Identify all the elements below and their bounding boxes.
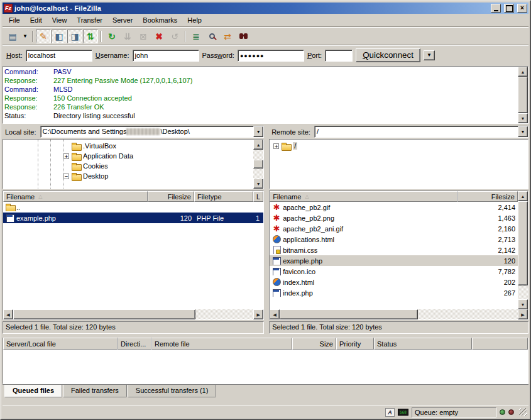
quickconnect-dropdown-button[interactable]: ▼ bbox=[424, 50, 435, 60]
tree-item[interactable]: − Desktop bbox=[3, 171, 253, 181]
remote-list-hscrollbar[interactable]: ◀ ▶ bbox=[270, 309, 528, 319]
remote-site-combo[interactable]: / ▼ bbox=[314, 126, 528, 138]
disconnect-button[interactable]: ✖ bbox=[151, 30, 167, 43]
maximize-icon[interactable] bbox=[504, 4, 514, 13]
reconnect-button[interactable]: ↺ bbox=[167, 30, 182, 43]
tab-strip-spacer bbox=[3, 397, 528, 406]
file-row[interactable]: apache_pb2.png 1,463 bbox=[270, 213, 518, 223]
file-row[interactable]: .. bbox=[3, 202, 263, 213]
resize-grip[interactable] bbox=[519, 408, 527, 416]
column-direction[interactable]: Directi... bbox=[118, 338, 151, 350]
scroll-down-icon[interactable]: ▼ bbox=[253, 179, 263, 189]
toggle-queue-view-button[interactable]: ⇅ bbox=[83, 30, 98, 43]
scroll-down-icon[interactable]: ▼ bbox=[518, 113, 528, 123]
username-input[interactable]: john bbox=[133, 50, 199, 62]
file-row[interactable]: example.php 120 bbox=[270, 255, 518, 266]
toggle-local-tree-button[interactable]: ◧ bbox=[52, 30, 67, 43]
column-filetype[interactable]: Filetype bbox=[194, 191, 253, 202]
column-filename[interactable]: Filename△ bbox=[270, 191, 457, 202]
column-modified[interactable]: L bbox=[253, 191, 263, 202]
scroll-right-icon[interactable]: ▶ bbox=[518, 309, 528, 319]
file-row[interactable]: apache_pb2.gif 2,414 bbox=[270, 202, 518, 213]
tab-failed-transfers[interactable]: Failed transfers bbox=[63, 385, 127, 397]
menu-help[interactable]: Help bbox=[182, 15, 207, 25]
column-size[interactable]: Size bbox=[292, 338, 336, 350]
chevron-down-icon[interactable]: ▼ bbox=[253, 126, 263, 137]
file-row[interactable]: apache_pb2_ani.gif 2,160 bbox=[270, 223, 518, 234]
chevron-down-icon[interactable]: ▼ bbox=[518, 126, 528, 137]
toggle-queue-view-icon: ⇅ bbox=[87, 32, 94, 41]
tree-item[interactable]: Cookies bbox=[3, 161, 253, 171]
local-site-combo[interactable]: C:\Documents and Settings\Desktop\ ▼ bbox=[40, 126, 265, 138]
local-list-hscrollbar[interactable]: ◀ ▶ bbox=[3, 309, 263, 319]
file-row[interactable]: example.php 120 PHP File 1 bbox=[3, 213, 263, 223]
tab-successful-transfers[interactable]: Successful transfers (1) bbox=[128, 385, 217, 397]
menu-server[interactable]: Server bbox=[107, 15, 138, 25]
toggle-remote-tree-button[interactable]: ◨ bbox=[67, 30, 82, 43]
menu-transfer[interactable]: Transfer bbox=[72, 15, 107, 25]
tree-expander-icon[interactable]: + bbox=[63, 153, 69, 159]
quickconnect-button[interactable]: Quickconnect bbox=[356, 48, 420, 62]
column-filename[interactable]: Filename△ bbox=[3, 191, 148, 202]
port-input[interactable] bbox=[325, 50, 353, 62]
pane-splitter[interactable] bbox=[264, 125, 269, 334]
column-filesize[interactable]: Filesize bbox=[148, 191, 194, 202]
scroll-up-icon[interactable]: ▲ bbox=[518, 191, 528, 201]
tree-item[interactable]: + Application Data bbox=[3, 151, 253, 161]
scroll-up-icon[interactable]: ▲ bbox=[518, 67, 528, 77]
toggle-log-view-button[interactable]: ✎ bbox=[36, 30, 51, 43]
tree-expander-icon[interactable]: − bbox=[63, 174, 69, 179]
menu-edit[interactable]: Edit bbox=[25, 15, 47, 25]
file-row[interactable]: bitnami.css 2,142 bbox=[270, 245, 518, 255]
sync-browsing-button[interactable]: ⇄ bbox=[220, 30, 235, 43]
column-server-local-file[interactable]: Server/Local file bbox=[3, 338, 118, 350]
tree-item[interactable]: .VirtualBox bbox=[3, 141, 253, 151]
toggle-remote-tree-icon: ◨ bbox=[70, 32, 79, 41]
filter-button[interactable]: ≣ bbox=[189, 30, 204, 43]
close-icon[interactable]: × bbox=[517, 4, 527, 13]
transfer-type-ascii-icon[interactable]: A bbox=[385, 408, 395, 417]
file-row[interactable]: favicon.ico 7,782 bbox=[270, 266, 518, 277]
menu-file[interactable]: File bbox=[4, 15, 25, 25]
scrollbar-thumb[interactable] bbox=[518, 77, 528, 113]
menu-bookmarks[interactable]: Bookmarks bbox=[138, 15, 182, 25]
tree-expander-icon[interactable]: + bbox=[273, 143, 279, 149]
password-input[interactable]: ●●●●●● bbox=[238, 50, 304, 62]
site-manager-button[interactable]: ▤ bbox=[5, 30, 20, 43]
host-input[interactable]: localhost bbox=[26, 50, 92, 62]
scroll-down-icon[interactable]: ▼ bbox=[518, 299, 528, 309]
column-priority[interactable]: Priority bbox=[336, 338, 374, 350]
column-remote-file[interactable]: Remote file bbox=[151, 338, 292, 350]
scrollbar-thumb[interactable] bbox=[253, 160, 263, 169]
find-files-button[interactable] bbox=[236, 30, 251, 43]
scroll-right-icon[interactable]: ▶ bbox=[253, 309, 263, 319]
scroll-left-icon[interactable]: ◀ bbox=[3, 309, 13, 319]
cancel-operation-button[interactable]: ⊠ bbox=[136, 30, 151, 43]
scrollbar-thumb[interactable] bbox=[518, 201, 528, 285]
file-row[interactable]: index.html 202 bbox=[270, 277, 518, 287]
queue-list[interactable] bbox=[3, 350, 528, 384]
scroll-up-icon[interactable]: ▲ bbox=[253, 140, 263, 150]
log-scrollbar[interactable]: ▲ ▼ bbox=[518, 67, 528, 123]
refresh-button[interactable]: ↻ bbox=[104, 30, 119, 43]
scrollbar-thumb[interactable] bbox=[13, 309, 195, 319]
file-row[interactable]: index.php 267 bbox=[270, 287, 518, 298]
process-queue-button[interactable]: ⇊ bbox=[120, 30, 135, 43]
scroll-left-icon[interactable]: ◀ bbox=[270, 309, 280, 319]
file-icon bbox=[272, 278, 281, 286]
scrollbar-thumb[interactable] bbox=[280, 309, 418, 319]
local-tree-scrollbar[interactable]: ▲ ▼ bbox=[253, 140, 263, 189]
remote-list-scrollbar[interactable]: ▲ ▼ bbox=[518, 191, 528, 309]
tab-queued-files[interactable]: Queued files bbox=[4, 385, 62, 397]
column-status[interactable]: Status bbox=[374, 338, 472, 350]
app-icon: Fz bbox=[4, 4, 13, 13]
tree-item[interactable]: + / bbox=[270, 141, 528, 151]
filter-icon: ≣ bbox=[192, 32, 200, 41]
speed-limit-icon[interactable]: 568 bbox=[398, 409, 408, 416]
minimize-icon[interactable] bbox=[491, 4, 501, 13]
compare-button[interactable] bbox=[204, 30, 219, 43]
site-manager-dropdown-button[interactable]: ▼ bbox=[21, 30, 30, 43]
column-filesize[interactable]: Filesize bbox=[457, 191, 518, 202]
file-row[interactable]: applications.html 2,713 bbox=[270, 234, 518, 245]
menu-view[interactable]: View bbox=[47, 15, 72, 25]
